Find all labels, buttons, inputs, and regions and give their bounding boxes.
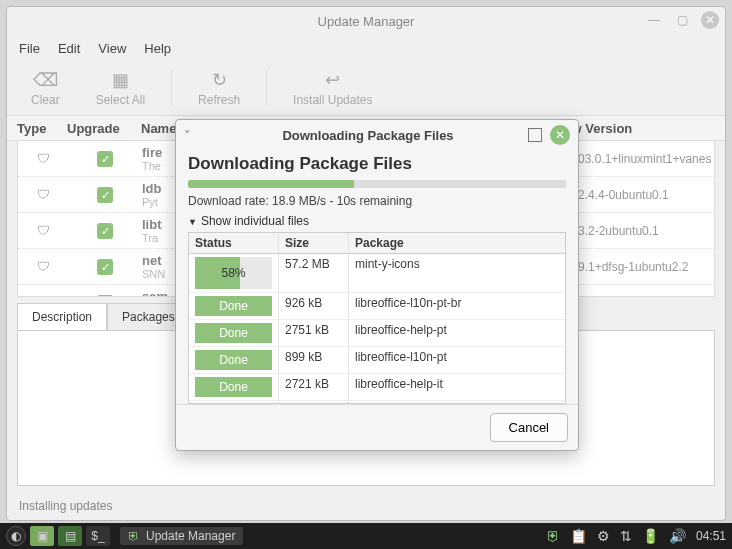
- upgrade-checkbox[interactable]: ✓: [68, 187, 142, 203]
- window-title: Update Manager: [318, 14, 415, 29]
- disclose-toggle[interactable]: Show individual files: [188, 214, 566, 228]
- close-button[interactable]: ✕: [701, 11, 719, 29]
- file-size: 2721 kB: [279, 374, 349, 400]
- file-status: Done: [189, 374, 279, 400]
- file-size: 57.2 MB: [279, 254, 349, 292]
- toolbar-separator: [171, 70, 172, 106]
- type-icon: 🛡: [18, 295, 68, 297]
- tab-description[interactable]: Description: [17, 303, 107, 330]
- taskbar-app-label: Update Manager: [146, 529, 235, 543]
- files-table: Status Size Package 58%57.2 MBmint-y-ico…: [188, 232, 566, 404]
- taskbar-files-icon[interactable]: ▤: [58, 526, 82, 546]
- file-status: Done: [189, 293, 279, 319]
- upgrade-checkbox[interactable]: ✓: [68, 223, 142, 239]
- dialog-titlebar: ˅ Downloading Package Files ✕: [176, 120, 578, 150]
- menu-file[interactable]: File: [19, 41, 40, 56]
- taskbar: ◐ ▣ ▤ $_ ⛨ Update Manager ⛨ 📋 ⚙ ⇅ 🔋 🔊 04…: [0, 523, 732, 549]
- dialog-footer: Cancel: [176, 404, 578, 450]
- dialog-title: Downloading Package Files: [282, 128, 453, 143]
- dialog-close-button[interactable]: ✕: [550, 125, 570, 145]
- upgrade-checkbox[interactable]: ✓: [68, 151, 142, 167]
- tray-clock[interactable]: 04:51: [696, 529, 726, 543]
- file-row[interactable]: Done899 kBlibreoffice-l10n-pt: [189, 347, 565, 374]
- download-rate: Download rate: 18.9 MB/s - 10s remaining: [188, 194, 566, 208]
- file-package: libreoffice-help-pt: [349, 320, 565, 346]
- tray-volume-icon[interactable]: 🔊: [669, 528, 686, 544]
- file-row[interactable]: 58%57.2 MBmint-y-icons: [189, 254, 565, 293]
- tray-updates-icon[interactable]: ⛨: [546, 528, 560, 544]
- file-package: libreoffice-l10n-pt: [349, 347, 565, 373]
- col-type[interactable]: Type: [17, 121, 67, 136]
- col-package[interactable]: Package: [349, 233, 565, 253]
- file-package: libreoffice-l10n-pt-br: [349, 293, 565, 319]
- file-status: Done: [189, 347, 279, 373]
- menu-help[interactable]: Help: [144, 41, 171, 56]
- taskbar-app-update-manager[interactable]: ⛨ Update Manager: [120, 527, 243, 545]
- tray-network-icon[interactable]: ⇅: [620, 528, 632, 544]
- type-icon: 🛡: [18, 223, 68, 238]
- select-all-button[interactable]: ▦Select All: [82, 67, 159, 109]
- status-bar: Installing updates: [7, 492, 725, 520]
- files-rows[interactable]: 58%57.2 MBmint-y-iconsDone926 kBlibreoff…: [189, 254, 565, 404]
- file-size: 899 kB: [279, 347, 349, 373]
- taskbar-desktop-icon[interactable]: ▣: [30, 526, 54, 546]
- file-status: 58%: [189, 254, 279, 292]
- toolbar: ⌫Clear ▦Select All ↻Refresh ↩Install Upd…: [7, 61, 725, 115]
- col-new-version[interactable]: New Version: [555, 121, 715, 136]
- refresh-icon: ↻: [212, 69, 227, 91]
- tray-clipboard-icon[interactable]: 📋: [570, 528, 587, 544]
- tray-battery-icon[interactable]: 🔋: [642, 528, 659, 544]
- file-row[interactable]: Done2751 kBlibreoffice-help-pt: [189, 320, 565, 347]
- file-package: mint-y-icons: [349, 254, 565, 292]
- download-dialog: ˅ Downloading Package Files ✕ Downloadin…: [175, 119, 579, 451]
- menu-view[interactable]: View: [98, 41, 126, 56]
- dialog-back-icon[interactable]: ˅: [184, 128, 208, 143]
- install-updates-button[interactable]: ↩Install Updates: [279, 67, 386, 109]
- col-status[interactable]: Status: [189, 233, 279, 253]
- refresh-button[interactable]: ↻Refresh: [184, 67, 254, 109]
- menu-edit[interactable]: Edit: [58, 41, 80, 56]
- progress-fill: [188, 180, 354, 188]
- clear-button[interactable]: ⌫Clear: [17, 67, 74, 109]
- select-all-icon: ▦: [112, 69, 129, 91]
- dialog-maximize-button[interactable]: [528, 128, 542, 142]
- minimize-button[interactable]: —: [645, 11, 663, 29]
- window-buttons: — ▢ ✕: [645, 11, 719, 29]
- type-icon: 🛡: [18, 187, 68, 202]
- install-icon: ↩: [325, 69, 340, 91]
- file-size: 926 kB: [279, 293, 349, 319]
- dialog-body: Downloading Package Files Download rate:…: [176, 150, 578, 404]
- toolbar-separator: [266, 70, 267, 106]
- dialog-heading: Downloading Package Files: [188, 154, 566, 174]
- file-package: libreoffice-help-it: [349, 374, 565, 400]
- progress-bar: [188, 180, 566, 188]
- col-upgrade[interactable]: Upgrade: [67, 121, 141, 136]
- file-row[interactable]: Done2721 kBlibreoffice-help-it: [189, 374, 565, 401]
- col-size[interactable]: Size: [279, 233, 349, 253]
- tray-security-icon[interactable]: ⚙: [597, 528, 610, 544]
- titlebar: Update Manager — ▢ ✕: [7, 7, 725, 35]
- maximize-button[interactable]: ▢: [673, 11, 691, 29]
- file-size: 2751 kB: [279, 320, 349, 346]
- clear-icon: ⌫: [33, 69, 58, 91]
- file-status: Done: [189, 320, 279, 346]
- taskbar-terminal-icon[interactable]: $_: [86, 526, 110, 546]
- upgrade-checkbox[interactable]: ✓: [68, 259, 142, 275]
- type-icon: 🛡: [18, 151, 68, 166]
- cancel-button[interactable]: Cancel: [490, 413, 568, 442]
- file-row[interactable]: Done926 kBlibreoffice-l10n-pt-br: [189, 293, 565, 320]
- shield-icon: ⛨: [128, 529, 140, 543]
- type-icon: 🛡: [18, 259, 68, 274]
- menubar: File Edit View Help: [7, 35, 725, 61]
- upgrade-checkbox[interactable]: ✓: [68, 295, 142, 297]
- start-menu-icon[interactable]: ◐: [6, 526, 26, 546]
- files-header: Status Size Package: [189, 233, 565, 254]
